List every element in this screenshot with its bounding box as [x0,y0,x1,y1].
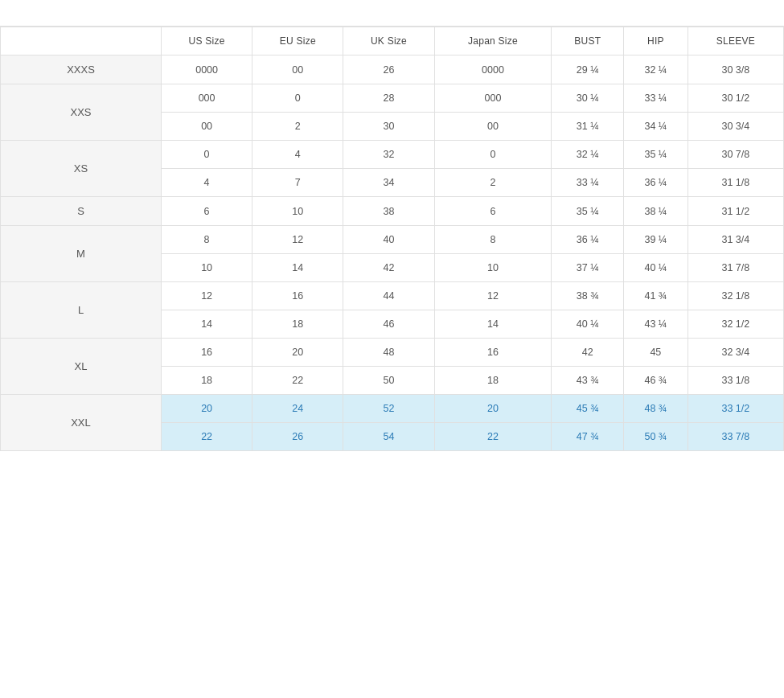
cell-us: 4 [162,169,252,197]
table-row: S61038635 ¼38 ¼31 1/2 [1,197,784,226]
cell-hip: 46 ¾ [624,367,688,395]
cell-uk: 50 [343,367,434,395]
cell-sleeve: 30 7/8 [688,141,783,169]
col-header-eu-size: EU Size [252,27,343,55]
cell-sleeve: 31 7/8 [688,254,783,282]
cell-uk: 32 [343,141,434,169]
size-label: S [1,197,162,226]
cell-eu: 00 [252,55,343,84]
size-label: XXS [1,84,162,141]
table-row: XL16204816424532 3/4 [1,339,784,367]
cell-japan: 000 [434,84,552,113]
size-label: XL [1,339,162,395]
cell-uk: 34 [343,169,434,197]
cell-sleeve: 33 7/8 [688,423,783,451]
table-row: XXL2024522045 ¾48 ¾33 1/2 [1,395,784,423]
cell-us: 00 [162,113,252,141]
cell-us: 10 [162,254,252,282]
cell-hip: 50 ¾ [624,423,688,451]
table-row: XS0432032 ¼35 ¼30 7/8 [1,141,784,169]
cell-eu: 24 [252,395,343,423]
cell-eu: 26 [252,423,343,451]
chart-header [0,0,784,27]
cell-sleeve: 31 1/8 [688,169,783,197]
cell-hip: 32 ¼ [624,55,688,84]
cell-bust: 32 ¼ [552,141,624,169]
col-header-japan-size: Japan Size [434,27,552,55]
cell-uk: 30 [343,113,434,141]
cell-hip: 45 [624,339,688,367]
col-header-bust: BUST [552,27,624,55]
cell-eu: 20 [252,339,343,367]
cell-japan: 0000 [434,55,552,84]
cell-japan: 18 [434,367,552,395]
table-row: L1216441238 ¾41 ¾32 1/8 [1,282,784,310]
cell-sleeve: 33 1/2 [688,395,783,423]
cell-bust: 40 ¼ [552,310,624,339]
cell-eu: 0 [252,84,343,113]
cell-us: 12 [162,282,252,310]
cell-eu: 7 [252,169,343,197]
cell-hip: 36 ¼ [624,169,688,197]
cell-bust: 42 [552,339,624,367]
cell-japan: 00 [434,113,552,141]
cell-uk: 42 [343,254,434,282]
cell-us: 0 [162,141,252,169]
cell-hip: 41 ¾ [624,282,688,310]
cell-sleeve: 32 3/4 [688,339,783,367]
cell-japan: 14 [434,310,552,339]
cell-us: 6 [162,197,252,226]
cell-japan: 2 [434,169,552,197]
size-table: US SizeEU SizeUK SizeJapan SizeBUSTHIPSL… [0,27,784,451]
cell-hip: 34 ¼ [624,113,688,141]
table-header-row: US SizeEU SizeUK SizeJapan SizeBUSTHIPSL… [1,27,784,55]
cell-japan: 20 [434,395,552,423]
cell-eu: 4 [252,141,343,169]
cell-hip: 48 ¾ [624,395,688,423]
col-header-sleeve: SLEEVE [688,27,783,55]
cell-japan: 16 [434,339,552,367]
cell-bust: 38 ¾ [552,282,624,310]
cell-bust: 35 ¼ [552,197,624,226]
cell-bust: 36 ¼ [552,226,624,254]
cell-eu: 14 [252,254,343,282]
header-empty [1,27,162,55]
size-label: XXL [1,395,162,451]
cell-japan: 0 [434,141,552,169]
cell-eu: 10 [252,197,343,226]
cell-japan: 22 [434,423,552,451]
table-row: M81240836 ¼39 ¼31 3/4 [1,226,784,254]
cell-sleeve: 32 1/2 [688,310,783,339]
cell-eu: 12 [252,226,343,254]
table-row: XXS00002800030 ¼33 ¼30 1/2 [1,84,784,113]
cell-us: 000 [162,84,252,113]
cell-eu: 2 [252,113,343,141]
cell-hip: 39 ¼ [624,226,688,254]
cell-sleeve: 30 3/4 [688,113,783,141]
cell-hip: 35 ¼ [624,141,688,169]
cell-hip: 40 ¼ [624,254,688,282]
cell-sleeve: 30 3/8 [688,55,783,84]
cell-japan: 10 [434,254,552,282]
cell-bust: 47 ¾ [552,423,624,451]
cell-bust: 43 ¾ [552,367,624,395]
cell-us: 14 [162,310,252,339]
cell-bust: 37 ¼ [552,254,624,282]
cell-uk: 52 [343,395,434,423]
cell-hip: 33 ¼ [624,84,688,113]
cell-japan: 8 [434,226,552,254]
col-header-us-size: US Size [162,27,252,55]
cell-bust: 29 ¼ [552,55,624,84]
cell-hip: 38 ¼ [624,197,688,226]
cell-uk: 48 [343,339,434,367]
cell-bust: 31 ¼ [552,113,624,141]
cell-sleeve: 30 1/2 [688,84,783,113]
cell-sleeve: 32 1/8 [688,282,783,310]
cell-uk: 46 [343,310,434,339]
table-row: XXXS00000026000029 ¼32 ¼30 3/8 [1,55,784,84]
cell-sleeve: 31 3/4 [688,226,783,254]
cell-uk: 26 [343,55,434,84]
size-chart-container: US SizeEU SizeUK SizeJapan SizeBUSTHIPSL… [0,0,784,451]
cell-uk: 28 [343,84,434,113]
cell-eu: 22 [252,367,343,395]
